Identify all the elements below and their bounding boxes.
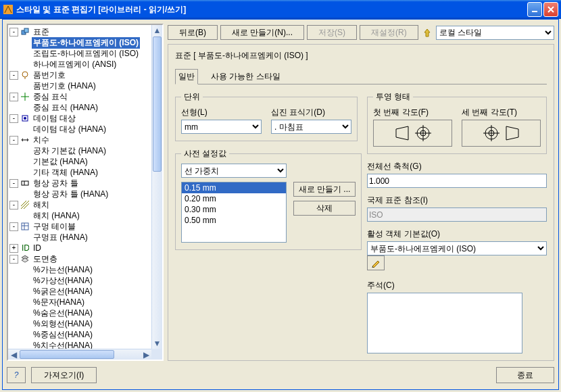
tree-item[interactable]: %가는선(HANA) (9, 264, 150, 275)
list-item[interactable]: 0.50 mm (182, 215, 286, 226)
expand-icon[interactable]: + (9, 244, 18, 253)
tree-item[interactable]: 중심 표식 (HANA) (9, 102, 150, 113)
scroll-thumb[interactable] (153, 36, 162, 172)
filter-icon[interactable] (421, 28, 433, 37)
tree-item[interactable]: +IDID (9, 243, 150, 253)
app-icon (3, 4, 14, 15)
collapse-icon[interactable]: - (9, 28, 18, 36)
third-angle-label: 세 번째 각도(T) (462, 107, 541, 118)
intl-label: 국제 표준 참조(I) (367, 195, 547, 206)
tree-item[interactable]: 구멍표 (HANA) (9, 232, 150, 243)
tree-item[interactable]: -표준 (9, 26, 150, 37)
unit-group: 단위 선형(L) mm 십진 표식기(D) . 마침표 (175, 91, 358, 141)
style-tree[interactable]: -표준부품도-하나에프엠케이 (ISO)조립도-하나에프엠케이 (ISO)하나에… (8, 25, 151, 349)
tree-item[interactable]: -구멍 테이블 (9, 221, 150, 232)
minimize-button[interactable] (527, 2, 542, 17)
collapse-icon[interactable]: - (9, 255, 18, 264)
tree-item[interactable]: -품번기호 (9, 70, 150, 80)
tree-item[interactable]: 기본값 (HANA) (9, 156, 150, 167)
tree-item[interactable]: %치수선(HANA) (9, 340, 150, 349)
tree-item[interactable]: 해치 (HANA) (9, 210, 150, 221)
scroll-down-icon[interactable]: ▼ (152, 338, 162, 349)
tree-item[interactable]: 기타 객체 (HANA) (9, 167, 150, 178)
tab-available-styles[interactable]: 사용 가능한 스타일 (208, 69, 284, 84)
scale-input[interactable] (367, 174, 547, 188)
tree-item[interactable]: -데이텀 대상 (9, 113, 150, 124)
help-button[interactable]: ? (7, 367, 26, 383)
scroll-thumb-h[interactable] (20, 350, 114, 359)
tree-item-label: 구멍 테이블 (32, 221, 77, 232)
list-item[interactable]: 0.30 mm (182, 204, 286, 215)
tree-item[interactable]: %문자(HANA) (9, 297, 150, 308)
reset-button[interactable]: 재설정(R) (360, 25, 418, 40)
tab-general[interactable]: 일반 (175, 69, 198, 84)
tree-item[interactable]: 형상 공차 틀 (HANA) (9, 189, 150, 199)
done-button[interactable]: 종료 (496, 367, 554, 383)
close-button[interactable] (543, 2, 558, 17)
tree-item-label: 도면층 (32, 253, 59, 265)
tree-item-label: %치수선(HANA) (32, 340, 94, 349)
decimal-select[interactable]: . 마침표 (271, 120, 351, 134)
collapse-icon[interactable]: - (9, 201, 18, 210)
tree-item[interactable]: 하나에프엠케이 (ANSI) (9, 59, 150, 70)
window-title: 스타일 및 표준 편집기 [라이브러리 - 읽기/쓰기] (16, 4, 527, 16)
linetype-select[interactable]: mm (181, 120, 262, 134)
collapse-icon[interactable]: - (9, 93, 18, 101)
tree-item-label: %중심선(HANA) (32, 329, 94, 341)
import-button[interactable]: 가져오기(I) (31, 367, 97, 383)
third-angle-button[interactable] (462, 120, 541, 147)
tree-item-label: 품번기호 (HANA) (32, 80, 97, 92)
tree-item[interactable]: -중심 표식 (9, 91, 150, 102)
back-button[interactable]: 뒤로(B) (168, 25, 218, 40)
tree-item[interactable]: %굵은선(HANA) (9, 286, 150, 297)
hole-table-icon (21, 222, 29, 230)
scroll-left-icon[interactable]: ◀ (8, 349, 19, 360)
list-item[interactable]: 0.15 mm (182, 182, 286, 193)
comment-label: 주석(C) (367, 280, 547, 291)
scroll-right-icon[interactable]: ▶ (141, 349, 151, 360)
tree-item-label: 구멍표 (HANA) (32, 232, 89, 243)
preset-listbox[interactable]: 0.15 mm0.20 mm0.30 mm0.50 mm (181, 182, 287, 243)
tree-item-label: %가는선(HANA) (32, 264, 94, 276)
comment-textarea[interactable] (367, 293, 522, 353)
scroll-up-icon[interactable]: ▲ (152, 25, 162, 36)
collapse-icon[interactable]: - (9, 136, 18, 145)
list-item[interactable]: 0.20 mm (182, 193, 286, 204)
linetype-label: 선형(L) (181, 107, 262, 118)
dimension-icon (20, 135, 30, 145)
tree-item[interactable]: 데이텀 대상 (HANA) (9, 124, 150, 134)
tree-item-label: 표준 (32, 26, 51, 38)
tree-item-label: 하나에프엠케이 (ANSI) (32, 59, 118, 70)
collapse-icon[interactable]: - (9, 71, 18, 80)
active-default-select[interactable]: 부품도-하나에프엠케이 (ISO) (367, 241, 547, 255)
collapse-icon[interactable]: - (9, 179, 18, 188)
preset-select[interactable]: 선 가중치 (181, 164, 287, 178)
new-button[interactable]: 새로 만들기(N)... (220, 25, 304, 40)
svg-point-9 (24, 117, 26, 120)
tree-item[interactable]: %가상선(HANA) (9, 275, 150, 286)
tree-item[interactable]: %숨은선(HANA) (9, 308, 150, 318)
collapse-icon[interactable]: - (9, 114, 18, 123)
vertical-scrollbar[interactable]: ▲ ▼ (151, 25, 162, 349)
tree-item[interactable]: -치수 (9, 134, 150, 145)
active-default-label: 활성 객체 기본값(O) (367, 228, 547, 240)
edit-active-button[interactable] (367, 255, 385, 270)
preset-new-button[interactable]: 새로 만들기 ... (293, 182, 356, 197)
horizontal-scrollbar[interactable]: ◀ ▶ (8, 349, 151, 360)
preset-delete-button[interactable]: 삭제 (293, 201, 356, 216)
tree-item[interactable]: 품번기호 (HANA) (9, 80, 150, 91)
first-angle-button[interactable] (373, 120, 452, 147)
tree-item[interactable]: 공차 기본값 (HANA) (9, 145, 150, 156)
save-button[interactable]: 저장(S) (307, 25, 357, 40)
tree-item[interactable]: -해치 (9, 199, 150, 210)
tree-item[interactable]: 조립도-하나에프엠케이 (ISO) (9, 48, 150, 59)
tree-item[interactable]: -도면층 (9, 253, 150, 264)
layers-icon (20, 254, 30, 264)
tree-item[interactable]: %외형선(HANA) (9, 318, 150, 329)
scrollbar-corner (151, 349, 162, 360)
collapse-icon[interactable]: - (9, 222, 18, 231)
tree-item[interactable]: -형상 공차 틀 (9, 178, 150, 189)
tree-item[interactable]: 부품도-하나에프엠케이 (ISO) (9, 37, 150, 48)
tree-item[interactable]: %중심선(HANA) (9, 329, 150, 340)
scope-select[interactable]: 로컬 스타일 (436, 26, 554, 40)
